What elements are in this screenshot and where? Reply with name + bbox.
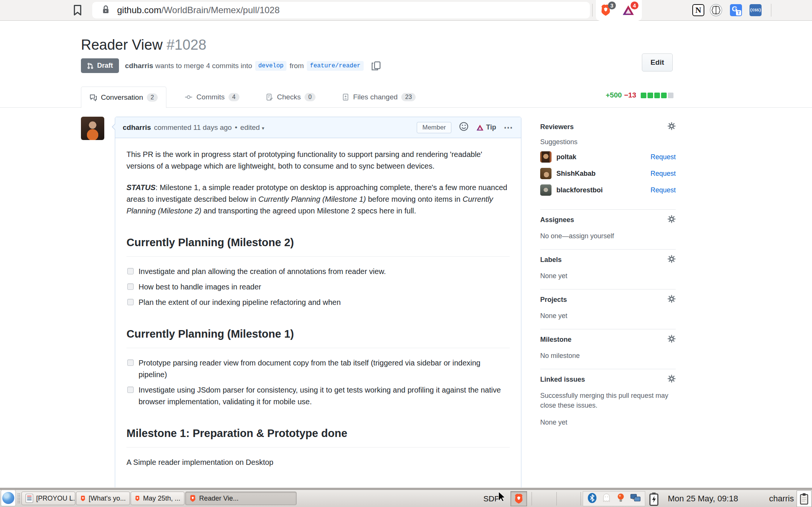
avatar[interactable] <box>540 184 551 196</box>
milestone-2-tasklist: Investigate and plan allowing the creati… <box>126 266 510 308</box>
section-heading-milestone-1: Currently Planning (Milestone 1) <box>126 326 510 348</box>
comment-meta: commented 11 days ago <box>154 123 232 132</box>
reviewer-suggestion-row: ShishKabab Request <box>540 168 676 179</box>
bluetooth-icon[interactable] <box>587 493 597 505</box>
reviewer-suggestion-row: blackforestboi Request <box>540 184 676 196</box>
gear-icon[interactable] <box>667 122 676 132</box>
paragraph: A Simple reader implementation on Deskto… <box>126 457 510 468</box>
brave-shield-icon[interactable]: 3 <box>599 4 612 17</box>
projects-empty-text: None yet <box>540 311 676 321</box>
assignees-title: Assignees <box>540 216 574 224</box>
gear-icon[interactable] <box>667 375 676 385</box>
reviewer-name[interactable]: ShishKabab <box>556 170 596 178</box>
taskbar-bevel <box>0 487 812 490</box>
pr-sidebar: Reviewers Suggestions poltak Request Shi… <box>540 117 676 487</box>
section-heading-milestone-2: Currently Planning (Milestone 2) <box>126 234 510 257</box>
suggestions-label: Suggestions <box>540 138 676 146</box>
browser-toolbar: github.com/WorldBrain/Memex/pull/1028 3 … <box>0 0 812 21</box>
milestone-title: Milestone <box>540 336 571 344</box>
checkbox[interactable] <box>127 283 134 290</box>
emoji-reaction-icon[interactable] <box>459 122 469 133</box>
head-branch-label[interactable]: feature/reader <box>307 61 363 71</box>
commits-count: 4 <box>229 93 239 101</box>
browser-globe-icon <box>2 492 14 504</box>
milestone-empty-text: No milestone <box>540 351 676 361</box>
tab-commits[interactable]: Commits4 <box>176 86 248 108</box>
bat-rewards-badge: 4 <box>631 2 638 9</box>
request-review-link[interactable]: Request <box>651 186 676 194</box>
checkbox[interactable] <box>127 268 134 274</box>
reviewer-name[interactable]: poltak <box>556 153 576 161</box>
task-button-reader-view[interactable]: Reader Vie... <box>185 492 297 505</box>
checkbox[interactable] <box>127 359 134 366</box>
copy-branch-icon[interactable] <box>370 60 382 72</box>
checkbox[interactable] <box>127 387 134 393</box>
system-tray <box>583 491 645 506</box>
comment-header: cdharris commented 11 days ago • edited … <box>115 117 521 138</box>
taskbar-face: [PROYOU L... [What's yo... May 25th, ...… <box>0 490 812 507</box>
edit-button[interactable]: Edit <box>642 53 673 72</box>
tab-checks[interactable]: Checks0 <box>257 86 324 108</box>
edited-dropdown[interactable]: edited ▾ <box>240 123 264 132</box>
checks-count: 0 <box>305 93 315 101</box>
network-monitors-icon[interactable] <box>630 493 641 504</box>
status-paragraph: STATUS: Milestone 1, a simple reader pro… <box>126 182 510 217</box>
taskbar-clock[interactable]: Mon 25 May, 09:18 <box>668 494 738 504</box>
notion-extension-icon[interactable]: N <box>692 4 705 17</box>
kebab-menu-icon[interactable]: ⋯ <box>504 122 513 133</box>
pr-tab-nav: Conversation2 Commits4 Checks0 Files cha… <box>0 86 812 108</box>
projects-title: Projects <box>540 296 567 304</box>
task-button-whats[interactable]: [What's yo... <box>76 492 130 505</box>
clipboard-tray-icon[interactable] <box>797 490 812 507</box>
pr-number: #1028 <box>166 37 206 53</box>
conversation-count: 2 <box>147 93 158 102</box>
toolbar-divider <box>771 4 771 17</box>
github-pr-page: Reader View #1028 Edit Draft cdharris wa… <box>0 21 812 487</box>
redshift-lightbulb-icon[interactable] <box>616 493 625 505</box>
milestone-1-tasklist: Prototype parsing reader view from docum… <box>126 357 510 408</box>
request-review-link[interactable]: Request <box>651 153 676 161</box>
memex-brain-extension-icon[interactable] <box>710 4 722 17</box>
tray-divider <box>580 492 581 505</box>
battery-icon[interactable] <box>648 492 660 507</box>
files-changed-count: 23 <box>401 93 416 101</box>
tab-files-changed[interactable]: Files changed23 <box>334 86 424 108</box>
base-branch-label[interactable]: develop <box>255 61 286 71</box>
avatar[interactable] <box>81 117 104 140</box>
css-extension-icon[interactable]: {CSS} <box>749 4 762 17</box>
avatar[interactable] <box>540 168 551 179</box>
taskbar-grip-handle[interactable] <box>18 493 20 503</box>
url-text[interactable]: github.com/WorldBrain/Memex/pull/1028 <box>117 5 280 15</box>
pr-description-comment: cdharris commented 11 days ago • edited … <box>115 117 521 487</box>
brave-tip-button[interactable]: Tip <box>476 123 496 131</box>
gear-icon[interactable] <box>667 335 676 345</box>
section-heading-milestone-1-done: Milestone 1: Preparation & Prototype don… <box>126 425 510 448</box>
reviewer-name[interactable]: blackforestboi <box>556 186 603 194</box>
google-translate-extension-icon[interactable]: GT <box>730 4 742 17</box>
pr-author[interactable]: cdharris <box>125 62 153 70</box>
reviewer-suggestion-row: poltak Request <box>540 151 676 163</box>
pr-title: Reader View #1028 <box>81 37 676 53</box>
lock-icon[interactable] <box>101 5 110 16</box>
bookmark-icon[interactable] <box>72 5 84 16</box>
brave-tray-icon[interactable] <box>510 491 527 506</box>
checkbox[interactable] <box>127 299 134 305</box>
bat-rewards-icon[interactable]: 4 <box>622 4 635 17</box>
gear-icon[interactable] <box>667 295 676 305</box>
sdp-indicator: SDP <box>483 494 500 503</box>
comment-author[interactable]: cdharris <box>123 123 151 132</box>
avatar[interactable] <box>540 151 551 163</box>
browser-launcher-button[interactable] <box>1 490 16 506</box>
gear-icon[interactable] <box>667 255 676 265</box>
request-review-link[interactable]: Request <box>651 170 676 178</box>
assignees-empty-text[interactable]: No one—assign yourself <box>540 231 676 241</box>
address-bar[interactable]: github.com/WorldBrain/Memex/pull/1028 <box>92 2 590 18</box>
gear-icon[interactable] <box>667 215 676 225</box>
task-button-may25[interactable]: May 25th, ... <box>131 492 184 505</box>
tab-conversation[interactable]: Conversation2 <box>81 87 166 108</box>
commits-icon <box>184 93 193 101</box>
paragraph: This PR is the work in progress start of… <box>126 149 510 172</box>
ghost-notifier-icon[interactable] <box>602 493 611 504</box>
additions-count: +500 <box>606 91 622 99</box>
task-button-proyou[interactable]: [PROYOU L... <box>21 492 75 505</box>
